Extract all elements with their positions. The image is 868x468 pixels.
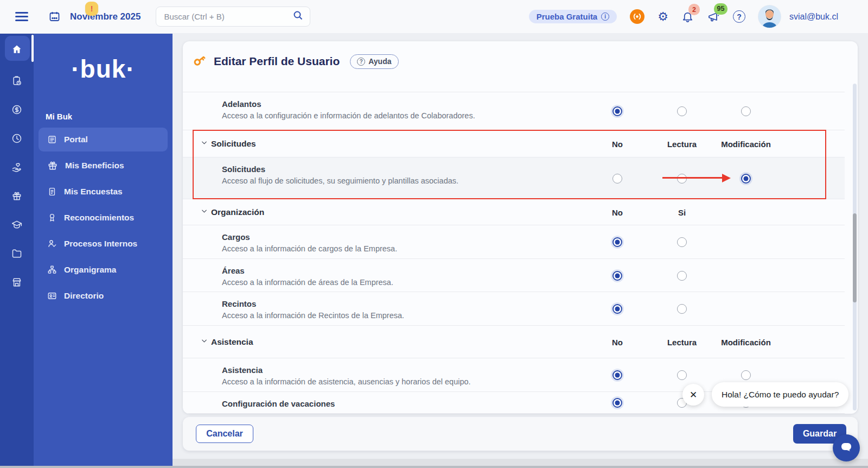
hamburger-menu-icon[interactable] <box>15 12 28 21</box>
clipboard-clock-icon <box>11 75 22 88</box>
permission-radio[interactable] <box>677 370 687 380</box>
calendar-icon[interactable] <box>49 11 60 22</box>
help-button[interactable]: ? Ayuda <box>350 54 398 69</box>
permission-radio[interactable] <box>612 237 622 247</box>
page-title: Editar Perfil de Usuario <box>214 55 340 68</box>
announcement-count-badge: 95 <box>714 3 727 15</box>
help-question-icon[interactable]: ? <box>733 10 745 23</box>
column-header-no: No <box>612 207 623 217</box>
sidebar-item-organigrama[interactable]: Organigrama <box>39 258 168 282</box>
permission-description: Acceso a la información de áreas de la E… <box>222 278 393 287</box>
permission-radio[interactable] <box>741 370 751 380</box>
portal-icon <box>47 135 57 144</box>
permission-radio[interactable] <box>677 304 687 314</box>
permission-title: Recintos <box>222 299 404 308</box>
rail-item-gift[interactable] <box>0 182 34 211</box>
sidebar-item-portal[interactable]: Portal <box>39 128 168 151</box>
rail-item-clipboard-clock[interactable] <box>0 67 34 96</box>
notifications-bell-icon[interactable]: 2 <box>681 10 694 23</box>
permission-title: Solicitudes <box>222 165 458 174</box>
sidebar-item-directorio[interactable]: Directorio <box>39 284 168 308</box>
permission-radio[interactable] <box>741 174 751 184</box>
sidebar-item-mis-beneficios[interactable]: Mis Beneficios <box>39 154 168 178</box>
permission-radio[interactable] <box>677 174 687 184</box>
permission-radio[interactable] <box>612 271 622 281</box>
column-header-si: Si <box>678 207 686 217</box>
announcements-megaphone-icon[interactable]: 95 <box>707 10 720 23</box>
permission-radio[interactable] <box>677 271 687 281</box>
cancel-button[interactable]: Cancelar <box>196 425 253 443</box>
permission-text: AsistenciaAcceso a la información de asi… <box>222 365 471 386</box>
permission-text: RecintosAcceso a la información de Recin… <box>222 299 404 320</box>
gift-icon <box>47 160 58 171</box>
permission-radio[interactable] <box>612 398 622 408</box>
section-header-solicitudes[interactable]: SolicitudesNoLecturaModificación <box>183 130 845 157</box>
edit-profile-card: Editar Perfil de Usuario ? Ayuda Adelant… <box>183 41 858 414</box>
sidebar-item-reconocimientos[interactable]: Reconocimientos <box>39 206 168 230</box>
id-card-icon <box>47 291 57 301</box>
sidebar-item-label: Directorio <box>64 291 104 301</box>
info-icon: i <box>601 12 609 21</box>
permission-description: Acceso a la información de asistencia, a… <box>222 377 471 386</box>
buk-logo: ·buk· <box>34 54 173 84</box>
window-edge-strip <box>0 466 868 468</box>
rail-item-storefront[interactable] <box>0 269 34 298</box>
form-footer: Cancelar Guardar <box>183 417 858 451</box>
folder-icon <box>11 248 22 261</box>
chevron-down-icon[interactable] <box>200 207 208 217</box>
key-icon <box>193 53 207 69</box>
permission-description: Acceso a la información de cargos de la … <box>222 244 397 253</box>
rail-item-clock[interactable] <box>0 125 34 154</box>
rail-item-home[interactable] <box>0 34 34 67</box>
section-header-organización[interactable]: OrganizaciónNoSi <box>183 199 845 225</box>
section-header-asistencia[interactable]: AsistenciaNoLecturaModificación <box>183 326 845 358</box>
sidebar-item-procesos-internos[interactable]: Procesos Internos <box>39 232 168 256</box>
user-avatar[interactable] <box>758 5 781 28</box>
permission-row-áreas: ÁreasAcceso a la información de áreas de… <box>183 259 845 292</box>
sidebar-item-label: Portal <box>64 135 88 144</box>
money-icon <box>11 104 22 117</box>
chat-close-button[interactable]: ✕ <box>682 384 704 406</box>
rail-item-hand-heart[interactable] <box>0 154 34 182</box>
settings-gear-icon[interactable]: ⚙ <box>658 11 668 23</box>
permission-text: AdelantosAcceso a la configuración e inf… <box>222 99 475 120</box>
search-icon[interactable] <box>293 10 303 23</box>
rail-item-folder[interactable] <box>0 240 34 269</box>
trial-pill[interactable]: Prueba Gratuita i <box>529 10 617 23</box>
icon-rail <box>0 34 34 466</box>
permission-description: Acceso a la configuración e información … <box>222 111 475 120</box>
rail-item-money[interactable] <box>0 96 34 125</box>
permission-radio[interactable] <box>612 370 622 380</box>
permission-radio[interactable] <box>677 237 687 247</box>
search-box[interactable] <box>156 7 310 27</box>
search-input[interactable] <box>163 11 293 22</box>
broadcast-icon[interactable] <box>630 9 644 24</box>
org-chart-icon <box>47 265 57 275</box>
permission-radio[interactable] <box>677 106 687 116</box>
user-email[interactable]: svial@buk.cl <box>789 12 838 22</box>
help-circle-icon: ? <box>357 58 365 66</box>
permission-text: SolicitudesAcceso al flujo de solicitude… <box>222 165 458 185</box>
help-label: Ayuda <box>368 57 391 66</box>
permission-radio[interactable] <box>612 174 622 184</box>
permission-description: Acceso a la información de Recintos de l… <box>222 311 404 320</box>
period-warning-badge: ! <box>85 2 98 16</box>
sidebar-item-label: Mis Encuestas <box>64 187 123 197</box>
chevron-down-icon[interactable] <box>200 138 208 149</box>
current-period-label[interactable]: Noviembre 2025 <box>70 11 141 22</box>
sidebar-item-mis-encuestas[interactable]: Mis Encuestas <box>39 180 168 204</box>
permission-radio[interactable] <box>741 106 751 116</box>
permission-title: Cargos <box>222 232 397 242</box>
trial-label: Prueba Gratuita <box>537 12 598 21</box>
chevron-down-icon[interactable] <box>200 337 208 347</box>
permission-radio[interactable] <box>612 106 622 116</box>
chat-greeting-bubble[interactable]: Hola! ¿Cómo te puedo ayudar? <box>712 382 848 407</box>
top-bar: Noviembre 2025 ! Prueba Gratuita i ⚙ 2 <box>0 0 868 34</box>
storefront-icon <box>11 277 22 290</box>
chat-launcher-button[interactable] <box>833 434 860 461</box>
permission-text: CargosAcceso a la información de cargos … <box>222 232 397 253</box>
table-scrollbar-thumb[interactable] <box>853 213 857 302</box>
permission-radio[interactable] <box>612 304 622 314</box>
rail-item-graduation-cap[interactable] <box>0 211 34 240</box>
section-title: Solicitudes <box>211 139 256 149</box>
